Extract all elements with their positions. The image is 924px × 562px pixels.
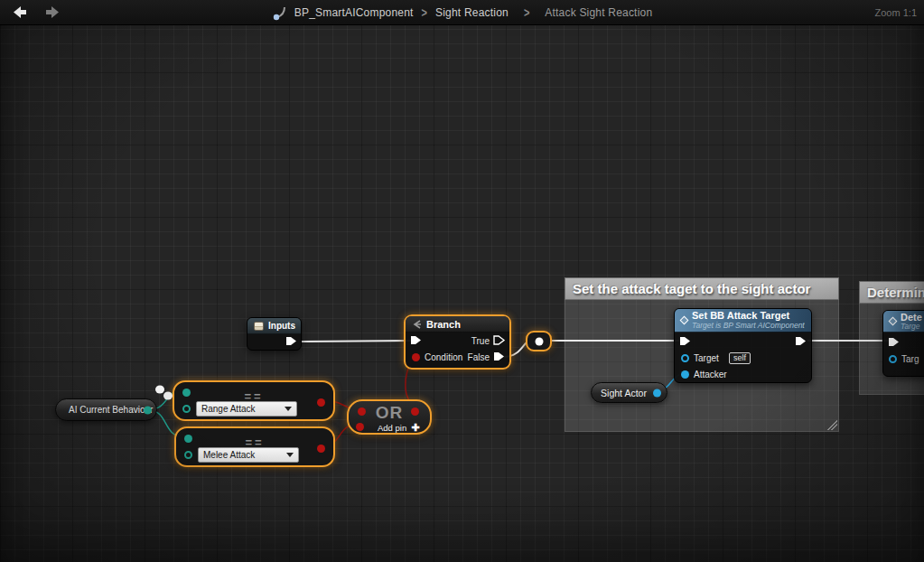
node-title: Dete — [901, 313, 922, 322]
exec-output-pin-true[interactable] — [493, 335, 505, 345]
zoom-level: Zoom 1:1 — [875, 0, 917, 25]
chevron-right-icon: > — [524, 5, 529, 20]
enum-input-pin-b[interactable] — [184, 451, 192, 459]
node-inputs[interactable]: Inputs — [247, 317, 302, 351]
node-branch[interactable]: Branch True Condition False — [404, 314, 511, 370]
node-sight-actor[interactable]: Sight Actor — [591, 382, 667, 403]
bool-output-pin[interactable] — [317, 445, 325, 453]
node-title: Inputs — [268, 321, 295, 331]
node-subtitle: Targe — [901, 322, 922, 331]
add-pin-label: Add pin — [378, 423, 406, 433]
enum-input-pin-b[interactable] — [182, 405, 191, 413]
pin-label-attacker: Attacker — [694, 370, 727, 379]
exec-output-pin-false[interactable] — [493, 351, 505, 361]
breadcrumb-item-root[interactable]: BP_SmartAIComponent — [294, 6, 414, 19]
exec-input-pin[interactable] — [679, 336, 691, 346]
exec-output-pin[interactable] — [285, 336, 297, 346]
variable-label: Sight Actor — [601, 388, 647, 398]
comment-title[interactable]: Determin — [859, 281, 924, 304]
bool-input-pin-2[interactable] — [356, 423, 364, 431]
dropdown-caret-icon — [285, 407, 292, 411]
or-operator: OR — [376, 403, 404, 422]
bool-pin-condition[interactable] — [412, 353, 420, 361]
add-pin-button[interactable]: Add pin ✚ — [378, 422, 419, 434]
dropdown-value: Range Attack — [201, 404, 255, 414]
breadcrumb: BP_SmartAIComponent > Sight Reaction > A… — [0, 0, 924, 25]
reroute-knot[interactable] — [526, 331, 552, 351]
pin-label-target: Target — [694, 353, 719, 363]
object-pin-target[interactable] — [889, 355, 897, 363]
plus-icon: ✚ — [411, 422, 419, 434]
target-default-value[interactable]: self — [729, 352, 751, 364]
object-pin-target[interactable] — [681, 354, 689, 362]
branch-icon — [412, 320, 422, 329]
object-output-pin[interactable] — [653, 389, 661, 397]
pin-label-target: Targ — [901, 354, 919, 364]
enum-dropdown[interactable]: Range Attack — [196, 401, 297, 417]
dropdown-caret-icon — [286, 453, 294, 457]
enum-input-pin-a[interactable] — [182, 389, 191, 397]
knot-pin[interactable] — [535, 337, 543, 345]
exec-input-pin[interactable] — [410, 335, 422, 345]
node-ai-current-behaviour[interactable]: AI Current Behaviour — [55, 398, 157, 421]
object-pin-attacker[interactable] — [681, 370, 689, 379]
node-subtitle: Target is BP Smart AIComponent — [692, 321, 805, 331]
dropdown-value: Melee Attack — [203, 450, 255, 460]
comment-resize-handle[interactable] — [827, 420, 837, 430]
node-determine-partial[interactable]: Dete Targe Targ — [882, 310, 924, 377]
node-or[interactable]: OR Add pin ✚ — [347, 399, 432, 435]
node-title: Branch — [426, 319, 461, 330]
node-equal-range[interactable]: == Range Attack — [173, 380, 335, 421]
exec-output-pin[interactable] — [795, 336, 807, 346]
exec-input-pin[interactable] — [888, 337, 900, 347]
node-set-bb-attack-target[interactable]: Set BB Attack Target Target is BP Smart … — [674, 308, 812, 383]
breadcrumb-item-attack-sight-reaction[interactable]: Attack Sight Reaction — [545, 6, 652, 19]
chevron-right-icon: > — [422, 5, 427, 20]
enum-input-pin-a[interactable] — [184, 435, 192, 443]
variable-label: AI Current Behaviour — [69, 405, 153, 415]
node-title: Set BB Attack Target — [692, 311, 805, 321]
pin-label-true: True — [471, 336, 490, 346]
function-icon — [889, 317, 898, 326]
bool-output-pin[interactable] — [317, 398, 325, 407]
tunnel-inputs-icon — [254, 322, 264, 331]
node-equal-melee[interactable]: == Melee Attack — [174, 426, 335, 467]
function-icon — [680, 316, 689, 325]
graph-navigation-icon — [272, 5, 288, 21]
pin-label-condition: Condition — [425, 352, 462, 362]
enum-dropdown[interactable]: Melee Attack — [198, 447, 299, 463]
topbar: BP_SmartAIComponent > Sight Reaction > A… — [0, 0, 924, 25]
blueprint-editor: Set the attack taget to the sight actor … — [0, 0, 924, 562]
enum-output-pin[interactable] — [144, 406, 152, 414]
breadcrumb-item-sight-reaction[interactable]: Sight Reaction — [435, 6, 509, 19]
comment-title[interactable]: Set the attack taget to the sight actor — [565, 277, 839, 300]
pin-label-false: False — [468, 352, 490, 362]
